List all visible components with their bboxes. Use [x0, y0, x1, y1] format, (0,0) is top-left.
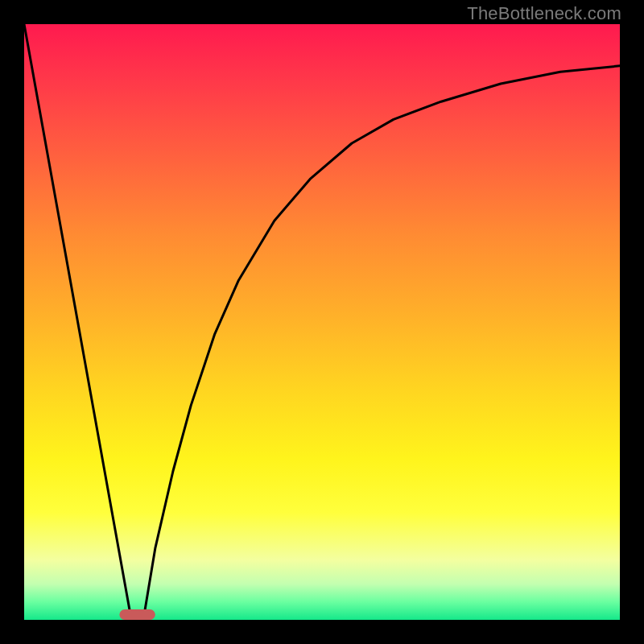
plot-area [24, 24, 620, 620]
chart-svg [24, 24, 620, 620]
optimum-marker [119, 609, 155, 620]
chart-frame: TheBottleneck.com [0, 0, 644, 644]
marker-group [119, 609, 155, 620]
watermark-text: TheBottleneck.com [467, 3, 621, 24]
curve-group [24, 24, 620, 620]
series-left-branch [24, 24, 131, 620]
series-right-branch [143, 66, 620, 620]
